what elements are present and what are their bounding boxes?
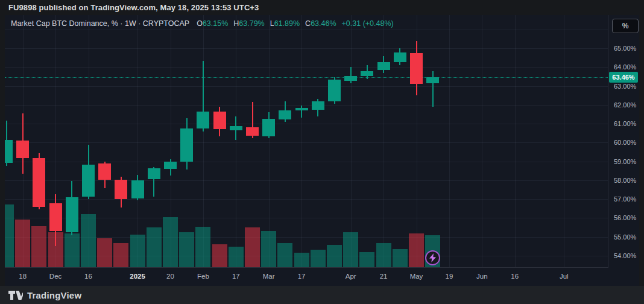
y-tick-label: 62.00% (614, 101, 636, 109)
x-tick-label: Jun (476, 273, 488, 280)
candle-body (344, 76, 357, 81)
volume-bar (359, 252, 374, 267)
volume-bar (245, 227, 260, 267)
time-axis[interactable]: 18Dec16202520Feb17Mar17Apr21May19Jun16Ju… (5, 268, 608, 286)
grid-line-h (5, 48, 608, 49)
candle-wick (432, 71, 434, 107)
candle-body (148, 168, 160, 179)
x-tick-label: 18 (19, 273, 27, 280)
x-tick-label: 17 (298, 273, 306, 280)
volume-bar (229, 247, 244, 267)
lightning-badge[interactable] (425, 250, 440, 265)
volume-bar (195, 227, 210, 267)
volume-bar (163, 217, 178, 267)
y-tick-label: 61.00% (614, 120, 636, 127)
candle-body (279, 110, 291, 119)
grid-line-h (5, 124, 608, 124)
grid-line-v (482, 15, 482, 267)
volume-bar (113, 243, 128, 267)
y-tick-label: 54.00% (614, 252, 636, 259)
candle-body (164, 162, 177, 169)
candle-body (394, 52, 406, 63)
candle-body (49, 203, 62, 232)
x-tick-label: Jul (560, 273, 569, 280)
x-tick-label: 16 (511, 273, 519, 280)
candle-body (295, 108, 308, 110)
volume-bar (65, 233, 80, 267)
symbol-title[interactable]: Market Cap BTC Dominance, % · 1W · CRYPT… (11, 19, 189, 28)
candle-body (246, 127, 259, 136)
y-tick-label: 56.00% (614, 214, 636, 221)
lightning-icon (429, 253, 436, 262)
candle-body (426, 77, 439, 83)
x-tick-label: 21 (380, 273, 388, 280)
y-tick-label: 57.00% (614, 195, 636, 203)
grid-line-v (515, 15, 516, 267)
grid-line-v (384, 15, 384, 267)
volume-bar (15, 220, 30, 267)
grid-line-v (137, 15, 138, 267)
chart-widget: Market Cap BTC Dominance, % · 1W · CRYPT… (5, 15, 639, 286)
grid-line-h (5, 86, 608, 87)
candle-body (131, 180, 144, 198)
candle-body (66, 197, 78, 232)
volume-bar (81, 214, 96, 267)
candle-body (377, 62, 390, 70)
percent-scale-button[interactable]: % (612, 19, 639, 33)
x-tick-label: Feb (197, 273, 209, 280)
volume-bar (409, 233, 424, 267)
grid-line-h (5, 180, 608, 181)
grid-line-v (351, 15, 352, 267)
candle-body (180, 128, 193, 162)
grid-line-h (5, 67, 608, 68)
candle-body (213, 112, 226, 129)
x-tick-label: Mar (263, 273, 275, 280)
y-tick-label: 58.00% (614, 177, 636, 184)
grid-line-h (5, 30, 608, 30)
volume-bar (147, 227, 162, 267)
x-tick-label: 20 (166, 273, 174, 280)
volume-bar (212, 244, 227, 267)
x-tick-label: 16 (84, 273, 92, 280)
candle-body (16, 141, 29, 158)
published-chart-page: FU9898 published on TradingView.com, May… (0, 0, 644, 304)
change-readout: +0.31 (+0.48%) (342, 19, 394, 28)
candle-wick (350, 67, 352, 84)
current-price-line (5, 77, 608, 78)
grid-line-h (5, 162, 608, 162)
legend: Market Cap BTC Dominance, % · 1W · CRYPT… (11, 19, 394, 28)
grid-line-h (5, 199, 608, 200)
candle-body (230, 126, 242, 130)
ohlc-open: O63.15% (197, 19, 228, 28)
volume-bar (5, 204, 14, 267)
ohlc-high: H63.79% (233, 19, 264, 28)
grid-line-v (236, 15, 236, 267)
candle-body (361, 71, 373, 76)
volume-bar (294, 253, 309, 267)
publish-header: FU9898 published on TradingView.com, May… (8, 3, 259, 14)
x-tick-label: May (410, 273, 423, 280)
tradingview-logo[interactable] (8, 291, 23, 300)
volume-bar (179, 232, 194, 267)
x-tick-label: 19 (445, 273, 453, 280)
footer: TradingView (0, 286, 644, 304)
grid-line-v (564, 15, 564, 267)
volume-bar (327, 245, 342, 267)
price-axis[interactable]: % 63.46% 65.00%64.00%63.00%62.00%61.00%6… (608, 15, 639, 267)
x-tick-label: Dec (49, 273, 62, 280)
candle-body (82, 165, 95, 197)
volume-bar (376, 243, 391, 267)
y-tick-label: 65.00% (614, 45, 636, 52)
ohlc-readout: O63.15% H63.79% L61.89% C63.46% +0.31 (+… (197, 19, 394, 28)
volume-bar (31, 226, 46, 267)
x-tick-label: 17 (232, 273, 240, 280)
x-tick-label: Apr (346, 273, 356, 280)
chart-pane: Market Cap BTC Dominance, % · 1W · CRYPT… (5, 15, 608, 268)
candle-body (98, 163, 111, 180)
candle-body (197, 112, 209, 128)
brand-name[interactable]: TradingView (27, 290, 81, 300)
x-tick-label: 2025 (130, 273, 145, 280)
grid-line-v (449, 15, 450, 267)
volume-bar (311, 250, 326, 267)
y-tick-label: 55.00% (614, 233, 636, 241)
